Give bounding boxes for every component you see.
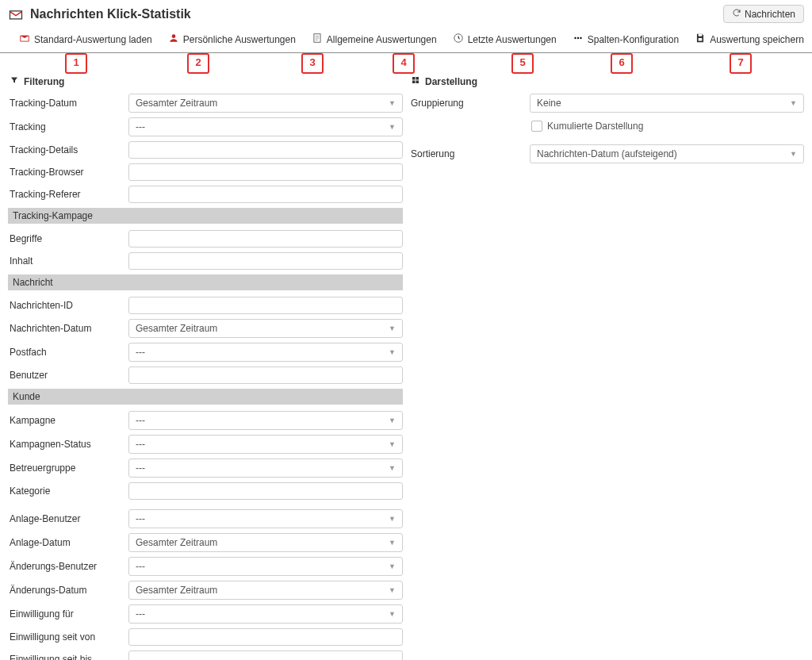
input-benutzer[interactable] [128, 366, 403, 384]
label-kategorie: Kategorie [8, 485, 128, 497]
chevron-down-icon: ▼ [389, 99, 396, 107]
toolbar-save[interactable]: Auswertung speichern [687, 31, 812, 48]
toolbar-personal[interactable]: Persönliche Auswertungen [160, 31, 304, 48]
checkbox-cumulative-label: Kumulierte Darstellung [547, 121, 643, 132]
label-aender-datum: Änderungs-Datum [8, 585, 128, 596]
open-icon [19, 33, 30, 46]
label-anlage-benutzer: Anlage-Benutzer [8, 513, 128, 524]
page-header: Nachrichten Klick-Statistik Nachrichten [0, 0, 812, 28]
callout-4: 4 [393, 53, 415, 74]
dots-icon [573, 33, 584, 46]
label-tracking-details: Tracking-Details [8, 144, 128, 155]
back-label: Nachrichten [745, 9, 795, 20]
select-tracking-date[interactable]: Gesamter Zeitraum▼ [128, 94, 403, 113]
svg-point-0 [171, 34, 175, 38]
chevron-down-icon: ▼ [389, 562, 396, 570]
layout-icon [411, 75, 420, 87]
callout-2: 2 [187, 53, 209, 74]
select-tracking[interactable]: ---▼ [128, 117, 403, 136]
checkbox-cumulative[interactable] [531, 121, 542, 132]
save-icon [695, 33, 706, 46]
toolbar-load[interactable]: Standard-Auswertung laden [11, 31, 160, 48]
filter-title: Filterung [8, 72, 403, 94]
input-inhalt[interactable] [128, 252, 403, 270]
refresh-icon [732, 8, 741, 20]
label-group: Gruppierung [409, 98, 530, 109]
callout-7: 7 [730, 53, 752, 74]
select-kampagne[interactable]: ---▼ [128, 411, 403, 430]
input-einw-bis[interactable] [128, 650, 403, 660]
label-inhalt: Inhalt [8, 255, 128, 267]
svg-rect-6 [699, 34, 703, 36]
label-begriffe: Begriffe [8, 233, 128, 244]
mail-icon [8, 6, 24, 22]
toolbar-columns[interactable]: Spalten-Konfiguration [565, 31, 687, 48]
toolbar: Standard-Auswertung laden Persönliche Au… [0, 28, 812, 53]
clock-icon [453, 33, 464, 46]
filter-icon [10, 75, 19, 87]
select-sort[interactable]: Nachrichten-Datum (aufsteigend)▼ [530, 144, 804, 163]
document-icon [312, 33, 323, 46]
chevron-down-icon: ▼ [790, 99, 797, 107]
label-benutzer: Benutzer [8, 370, 128, 381]
chevron-down-icon: ▼ [389, 324, 396, 332]
input-kategorie[interactable] [128, 482, 403, 500]
user-icon [168, 33, 179, 46]
svg-point-5 [580, 37, 581, 39]
select-anlage-datum[interactable]: Gesamter Zeitraum▼ [128, 533, 403, 552]
input-tracking-details[interactable] [128, 141, 403, 159]
label-anlage-datum: Anlage-Datum [8, 537, 128, 548]
callout-5: 5 [511, 53, 534, 74]
select-einw-fuer[interactable]: ---▼ [128, 604, 403, 624]
checkbox-cumulative-row[interactable]: Kumulierte Darstellung [530, 121, 804, 132]
label-tracking: Tracking [8, 121, 128, 132]
select-postfach[interactable]: ---▼ [128, 343, 403, 362]
svg-point-4 [577, 37, 579, 39]
label-message-id: Nachrichten-ID [8, 300, 128, 311]
chevron-down-icon: ▼ [790, 150, 797, 158]
label-tracking-date: Tracking-Datum [8, 98, 128, 109]
chevron-down-icon: ▼ [389, 539, 396, 547]
chevron-down-icon: ▼ [389, 464, 396, 472]
page-title: Nachrichten Klick-Statistik [30, 7, 191, 21]
select-aender-benutzer[interactable]: ---▼ [128, 557, 403, 576]
svg-rect-7 [699, 38, 703, 41]
label-einw-bis: Einwilligung seit bis [8, 654, 128, 660]
toolbar-recent[interactable]: Letzte Auswertungen [445, 31, 565, 48]
label-betreuer: Betreuergruppe [8, 462, 128, 474]
callout-1: 1 [65, 53, 87, 74]
chevron-down-icon: ▼ [389, 610, 396, 618]
input-einw-von[interactable] [128, 628, 403, 646]
chevron-down-icon: ▼ [389, 123, 396, 131]
toolbar-general[interactable]: Allgemeine Auswertungen [304, 31, 445, 48]
filter-column: Filterung Tracking-Datum Gesamter Zeitra… [8, 72, 403, 660]
label-tracking-referer: Tracking-Referer [8, 189, 128, 200]
display-column: Darstellung Gruppierung Keine▼ Kumuliert… [409, 72, 804, 660]
chevron-down-icon: ▼ [389, 440, 396, 448]
input-begriffe[interactable] [128, 230, 403, 248]
label-sort: Sortierung [409, 148, 530, 159]
input-tracking-browser[interactable] [128, 163, 403, 181]
subheader-customer: Kunde [8, 389, 403, 405]
select-kampagne-status[interactable]: ---▼ [128, 435, 403, 454]
label-message-date: Nachrichten-Datum [8, 323, 128, 334]
select-group[interactable]: Keine▼ [530, 94, 804, 113]
subheader-message: Nachricht [8, 274, 403, 290]
chevron-down-icon: ▼ [389, 416, 396, 424]
back-button[interactable]: Nachrichten [723, 5, 804, 23]
label-kampagne: Kampagne [8, 415, 128, 426]
subheader-campaign: Tracking-Kampage [8, 208, 403, 224]
svg-rect-12 [416, 81, 419, 84]
select-anlage-benutzer[interactable]: ---▼ [128, 509, 403, 528]
chevron-down-icon: ▼ [389, 586, 396, 594]
select-aender-datum[interactable]: Gesamter Zeitraum▼ [128, 581, 403, 600]
label-postfach: Postfach [8, 347, 128, 358]
input-message-id[interactable] [128, 297, 403, 314]
select-betreuer[interactable]: ---▼ [128, 459, 403, 478]
select-message-date[interactable]: Gesamter Zeitraum▼ [128, 319, 403, 338]
svg-rect-10 [416, 77, 419, 80]
callout-6: 6 [611, 53, 633, 74]
label-aender-benutzer: Änderungs-Benutzer [8, 561, 128, 572]
input-tracking-referer[interactable] [128, 186, 403, 203]
chevron-down-icon: ▼ [389, 348, 396, 356]
